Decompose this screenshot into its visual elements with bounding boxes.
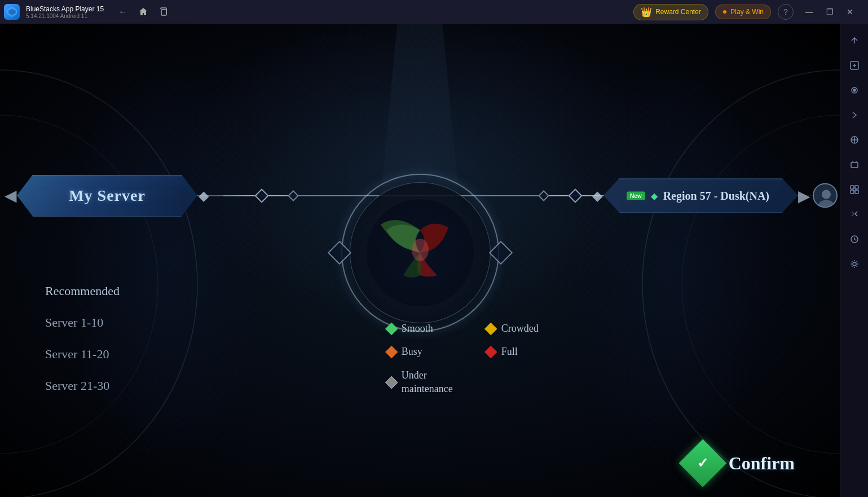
app-logo	[0, 0, 24, 24]
app-info: BlueStacks App Player 15 5.14.21.1004 An…	[26, 5, 104, 19]
maintenance-icon	[385, 376, 398, 389]
svg-point-21	[818, 200, 834, 208]
svg-point-13	[853, 262, 856, 266]
sidebar-btn-6[interactable]	[843, 178, 866, 201]
right-diamond-deco	[492, 244, 509, 261]
svg-point-20	[822, 190, 831, 199]
crowded-label: Crowded	[501, 323, 539, 335]
confirm-diamond-icon: ✓	[678, 439, 726, 487]
busy-label: Busy	[402, 346, 422, 358]
region-server-tab[interactable]: New ◆ Region 57 - Dusk(NA)	[603, 178, 798, 213]
svg-rect-10	[851, 190, 854, 193]
back-button[interactable]: ←	[115, 4, 131, 20]
svg-rect-9	[855, 186, 858, 189]
smooth-label: Smooth	[402, 323, 433, 335]
svg-point-19	[412, 239, 429, 261]
confirm-check-icon: ✓	[697, 455, 708, 471]
left-diamond-deco	[331, 244, 348, 261]
region-diamond-icon: ◆	[651, 190, 658, 201]
smooth-icon	[385, 322, 398, 335]
crown-icon: 👑	[641, 7, 652, 17]
smooth-legend-item: Smooth	[387, 323, 453, 335]
dragon-emblem	[364, 196, 477, 309]
titlebar: BlueStacks App Player 15 5.14.21.1004 An…	[0, 0, 868, 24]
full-icon	[484, 345, 497, 358]
close-button[interactable]: ✕	[841, 4, 859, 20]
region-avatar	[813, 183, 838, 208]
app-title: BlueStacks App Player 15	[26, 5, 104, 13]
region-server-panel[interactable]: ◆ New ◆ Region 57 - Dusk(NA) ▶	[592, 178, 840, 213]
nav-controls: ←	[115, 4, 171, 20]
crowded-icon	[484, 322, 497, 335]
titlebar-right: 👑 Reward Center ● Play & Win ? — ❐ ✕	[633, 4, 868, 20]
server-status-legend: Smooth Crowded Busy Full Undermaintenanc…	[387, 323, 553, 395]
sidebar-btn-8[interactable]	[843, 228, 866, 250]
sidebar-btn-9[interactable]	[843, 253, 866, 275]
sidebar-btn-7[interactable]	[843, 203, 866, 226]
server-list: Recommended Server 1-10 Server 11-20 Ser…	[45, 284, 120, 393]
bluestacks-icon	[4, 4, 20, 20]
new-badge: New	[627, 191, 645, 200]
right-nav-arrow[interactable]: ▶	[798, 186, 810, 205]
reward-center-button[interactable]: 👑 Reward Center	[633, 4, 708, 20]
sidebar-btn-0[interactable]	[843, 29, 866, 52]
confirm-label: Confirm	[729, 453, 795, 474]
maintenance-label: Undermaintenance	[402, 369, 453, 395]
minimize-button[interactable]: —	[800, 4, 818, 20]
region-server-label: Region 57 - Dusk(NA)	[663, 189, 769, 202]
reward-label: Reward Center	[655, 8, 701, 16]
sidebar-btn-3[interactable]	[843, 104, 866, 126]
svg-rect-7	[851, 162, 858, 168]
crowded-legend-item: Crowded	[487, 323, 553, 335]
svg-marker-1	[9, 9, 15, 15]
svg-rect-11	[855, 190, 858, 193]
busy-legend-item: Busy	[387, 346, 453, 358]
left-nav-arrow[interactable]: ◀	[5, 186, 17, 205]
my-server-label: My Server	[69, 187, 146, 205]
window-controls: — ❐ ✕	[800, 4, 859, 20]
recommended-item[interactable]: Recommended	[45, 284, 120, 298]
svg-rect-8	[851, 186, 854, 189]
coin-icon: ●	[722, 7, 727, 16]
full-label: Full	[501, 346, 518, 358]
sidebar-btn-2[interactable]	[843, 79, 866, 102]
left-region-diamond: ◆	[592, 188, 602, 204]
left-connector	[223, 191, 297, 201]
central-emblem	[341, 174, 499, 332]
home-button[interactable]	[135, 4, 151, 20]
restore-button[interactable]: ❐	[821, 4, 839, 20]
confirm-button[interactable]: ✓ Confirm	[686, 446, 795, 480]
sidebar-btn-4[interactable]	[843, 129, 866, 151]
server-11-20-item[interactable]: Server 11-20	[45, 347, 120, 362]
play-win-button[interactable]: ● Play & Win	[715, 5, 771, 19]
busy-icon	[385, 345, 398, 358]
my-server-tab[interactable]: My Server	[17, 175, 197, 217]
server-21-30-item[interactable]: Server 21-30	[45, 379, 120, 393]
copy-button[interactable]	[156, 4, 171, 20]
server-1-10-item[interactable]: Server 1-10	[45, 315, 120, 330]
sidebar-btn-5[interactable]	[843, 153, 866, 176]
sidebar-btn-1[interactable]	[843, 54, 866, 77]
play-win-label: Play & Win	[730, 8, 764, 16]
full-legend-item: Full	[487, 346, 553, 358]
app-subtitle: 5.14.21.1004 Android 11	[26, 13, 104, 19]
svg-point-5	[853, 89, 856, 91]
right-arrow-indicator: ◆	[199, 188, 209, 204]
my-server-panel[interactable]: ◀ My Server ◆	[0, 175, 209, 217]
game-area: ◀ My Server ◆ ◆ New ◆ Region 57 - Dusk(N…	[0, 24, 840, 497]
bluestacks-sidebar	[840, 24, 868, 497]
svg-rect-2	[161, 10, 166, 15]
circle-inner	[350, 182, 491, 323]
help-button[interactable]: ?	[778, 4, 794, 20]
maintenance-legend-item: Undermaintenance	[387, 369, 453, 395]
